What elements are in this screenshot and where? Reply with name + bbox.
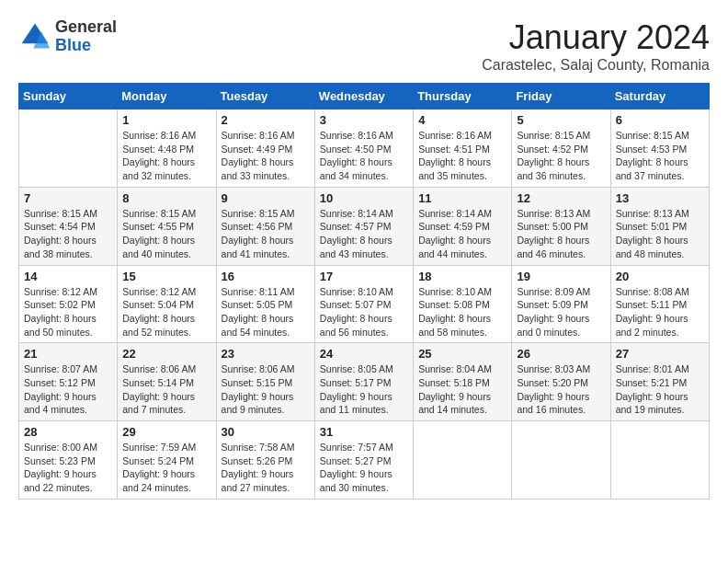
calendar-week-row: 7Sunrise: 8:15 AM Sunset: 4:54 PM Daylig… xyxy=(19,187,710,265)
day-info: Sunrise: 7:58 AM Sunset: 5:26 PM Dayligh… xyxy=(222,441,310,495)
day-info: Sunrise: 8:09 AM Sunset: 5:09 PM Dayligh… xyxy=(517,285,605,339)
calendar-cell: 7Sunrise: 8:15 AM Sunset: 4:54 PM Daylig… xyxy=(19,187,118,265)
day-number: 20 xyxy=(616,270,704,283)
calendar-week-row: 14Sunrise: 8:12 AM Sunset: 5:02 PM Dayli… xyxy=(19,265,710,343)
calendar-cell: 27Sunrise: 8:01 AM Sunset: 5:21 PM Dayli… xyxy=(610,343,709,421)
day-info: Sunrise: 8:04 AM Sunset: 5:18 PM Dayligh… xyxy=(418,362,506,417)
calendar-cell: 20Sunrise: 8:08 AM Sunset: 5:11 PM Dayli… xyxy=(610,265,709,343)
logo: General Blue xyxy=(18,18,117,55)
day-info: Sunrise: 8:10 AM Sunset: 5:08 PM Dayligh… xyxy=(418,285,506,339)
day-number: 4 xyxy=(418,113,506,127)
calendar-cell: 10Sunrise: 8:14 AM Sunset: 4:57 PM Dayli… xyxy=(314,187,413,265)
day-number: 15 xyxy=(122,270,210,283)
day-number: 6 xyxy=(616,113,704,127)
weekday-header-saturday: Saturday xyxy=(610,84,709,109)
day-info: Sunrise: 8:15 AM Sunset: 4:54 PM Dayligh… xyxy=(24,207,112,261)
day-number: 26 xyxy=(517,347,605,361)
calendar-cell: 11Sunrise: 8:14 AM Sunset: 4:59 PM Dayli… xyxy=(414,187,512,265)
calendar-cell: 31Sunrise: 7:57 AM Sunset: 5:27 PM Dayli… xyxy=(314,421,413,500)
day-info: Sunrise: 8:05 AM Sunset: 5:17 PM Dayligh… xyxy=(320,362,408,417)
logo-icon xyxy=(18,20,51,53)
day-info: Sunrise: 7:59 AM Sunset: 5:24 PM Dayligh… xyxy=(122,441,210,495)
day-info: Sunrise: 8:12 AM Sunset: 5:04 PM Dayligh… xyxy=(122,285,210,339)
calendar-cell: 17Sunrise: 8:10 AM Sunset: 5:07 PM Dayli… xyxy=(314,265,413,343)
calendar-cell: 14Sunrise: 8:12 AM Sunset: 5:02 PM Dayli… xyxy=(19,265,118,343)
day-info: Sunrise: 8:16 AM Sunset: 4:49 PM Dayligh… xyxy=(222,129,310,183)
day-info: Sunrise: 8:08 AM Sunset: 5:11 PM Dayligh… xyxy=(616,285,704,339)
month-title: January 2024 xyxy=(482,18,710,57)
calendar-cell: 28Sunrise: 8:00 AM Sunset: 5:23 PM Dayli… xyxy=(19,421,118,500)
calendar-cell: 1Sunrise: 8:16 AM Sunset: 4:48 PM Daylig… xyxy=(118,109,216,188)
day-number: 25 xyxy=(418,347,506,361)
calendar-cell: 18Sunrise: 8:10 AM Sunset: 5:08 PM Dayli… xyxy=(414,265,512,343)
day-number: 14 xyxy=(24,270,112,283)
calendar-cell: 15Sunrise: 8:12 AM Sunset: 5:04 PM Dayli… xyxy=(118,265,216,343)
day-info: Sunrise: 8:06 AM Sunset: 5:15 PM Dayligh… xyxy=(222,362,310,417)
calendar-cell xyxy=(512,421,610,500)
weekday-header-thursday: Thursday xyxy=(414,84,512,109)
day-number: 12 xyxy=(517,191,605,205)
day-number: 5 xyxy=(517,113,605,127)
day-info: Sunrise: 8:07 AM Sunset: 5:12 PM Dayligh… xyxy=(24,362,112,417)
day-number: 13 xyxy=(616,191,704,205)
day-number: 7 xyxy=(24,191,112,205)
day-number: 1 xyxy=(122,113,210,127)
calendar-cell: 12Sunrise: 8:13 AM Sunset: 5:00 PM Dayli… xyxy=(512,187,610,265)
calendar-week-row: 28Sunrise: 8:00 AM Sunset: 5:23 PM Dayli… xyxy=(19,421,710,500)
day-number: 11 xyxy=(418,191,506,205)
day-info: Sunrise: 8:03 AM Sunset: 5:20 PM Dayligh… xyxy=(517,362,605,417)
day-info: Sunrise: 7:57 AM Sunset: 5:27 PM Dayligh… xyxy=(320,441,408,495)
day-number: 17 xyxy=(320,270,408,283)
day-number: 21 xyxy=(24,347,112,361)
calendar-table: SundayMondayTuesdayWednesdayThursdayFrid… xyxy=(18,83,710,500)
calendar-cell: 16Sunrise: 8:11 AM Sunset: 5:05 PM Dayli… xyxy=(216,265,314,343)
calendar-cell: 6Sunrise: 8:15 AM Sunset: 4:53 PM Daylig… xyxy=(610,109,709,188)
calendar-cell: 19Sunrise: 8:09 AM Sunset: 5:09 PM Dayli… xyxy=(512,265,610,343)
day-number: 2 xyxy=(222,113,310,127)
day-number: 8 xyxy=(122,191,210,205)
day-number: 31 xyxy=(320,425,408,439)
weekday-header-tuesday: Tuesday xyxy=(216,84,314,109)
day-number: 23 xyxy=(222,347,310,361)
calendar-cell: 24Sunrise: 8:05 AM Sunset: 5:17 PM Dayli… xyxy=(314,343,413,421)
calendar-cell: 22Sunrise: 8:06 AM Sunset: 5:14 PM Dayli… xyxy=(118,343,216,421)
calendar-cell xyxy=(610,421,709,500)
day-info: Sunrise: 8:06 AM Sunset: 5:14 PM Dayligh… xyxy=(122,362,210,417)
header: General Blue January 2024 Carastelec, Sa… xyxy=(18,18,710,74)
calendar-cell: 4Sunrise: 8:16 AM Sunset: 4:51 PM Daylig… xyxy=(414,109,512,188)
calendar-cell: 3Sunrise: 8:16 AM Sunset: 4:50 PM Daylig… xyxy=(314,109,413,188)
day-number: 18 xyxy=(418,270,506,283)
weekday-header-friday: Friday xyxy=(512,84,610,109)
day-info: Sunrise: 8:15 AM Sunset: 4:55 PM Dayligh… xyxy=(122,207,210,261)
day-info: Sunrise: 8:15 AM Sunset: 4:52 PM Dayligh… xyxy=(517,129,605,183)
calendar-cell: 8Sunrise: 8:15 AM Sunset: 4:55 PM Daylig… xyxy=(118,187,216,265)
calendar-cell xyxy=(414,421,512,500)
day-info: Sunrise: 8:15 AM Sunset: 4:56 PM Dayligh… xyxy=(222,207,310,261)
day-info: Sunrise: 8:16 AM Sunset: 4:51 PM Dayligh… xyxy=(418,129,506,183)
calendar-cell: 21Sunrise: 8:07 AM Sunset: 5:12 PM Dayli… xyxy=(19,343,118,421)
day-number: 19 xyxy=(517,270,605,283)
day-number: 22 xyxy=(122,347,210,361)
day-info: Sunrise: 8:11 AM Sunset: 5:05 PM Dayligh… xyxy=(222,285,310,339)
logo-text: General Blue xyxy=(55,18,117,55)
day-number: 10 xyxy=(320,191,408,205)
calendar-week-row: 1Sunrise: 8:16 AM Sunset: 4:48 PM Daylig… xyxy=(19,109,710,188)
calendar-cell: 25Sunrise: 8:04 AM Sunset: 5:18 PM Dayli… xyxy=(414,343,512,421)
location-subtitle: Carastelec, Salaj County, Romania xyxy=(482,57,710,74)
day-number: 24 xyxy=(320,347,408,361)
day-info: Sunrise: 8:01 AM Sunset: 5:21 PM Dayligh… xyxy=(616,362,704,417)
weekday-header-wednesday: Wednesday xyxy=(314,84,413,109)
weekday-header-sunday: Sunday xyxy=(19,84,118,109)
day-number: 16 xyxy=(222,270,310,283)
day-info: Sunrise: 8:00 AM Sunset: 5:23 PM Dayligh… xyxy=(24,441,112,495)
calendar-cell: 5Sunrise: 8:15 AM Sunset: 4:52 PM Daylig… xyxy=(512,109,610,188)
day-number: 29 xyxy=(122,425,210,439)
day-number: 30 xyxy=(222,425,310,439)
day-info: Sunrise: 8:10 AM Sunset: 5:07 PM Dayligh… xyxy=(320,285,408,339)
weekday-header-row: SundayMondayTuesdayWednesdayThursdayFrid… xyxy=(19,84,710,109)
day-info: Sunrise: 8:14 AM Sunset: 4:57 PM Dayligh… xyxy=(320,207,408,261)
day-info: Sunrise: 8:16 AM Sunset: 4:50 PM Dayligh… xyxy=(320,129,408,183)
day-number: 28 xyxy=(24,425,112,439)
calendar-cell xyxy=(19,109,118,188)
day-info: Sunrise: 8:15 AM Sunset: 4:53 PM Dayligh… xyxy=(616,129,704,183)
